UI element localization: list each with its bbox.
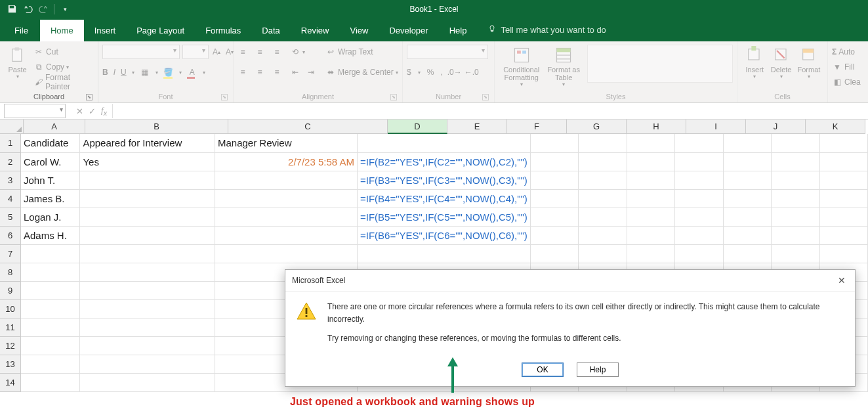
wrap-text-button[interactable]: ↩Wrap Text	[325, 45, 398, 59]
cell-A7[interactable]	[20, 244, 79, 263]
align-bottom-icon[interactable]: ≡	[272, 47, 282, 57]
align-right-icon[interactable]: ≡	[272, 67, 282, 77]
fx-icon[interactable]: fx	[101, 105, 107, 117]
percent-button[interactable]: %	[427, 68, 434, 77]
cell-styles-gallery[interactable]	[587, 45, 733, 83]
cell-I3[interactable]	[723, 171, 771, 189]
column-header-G[interactable]: G	[567, 120, 627, 134]
font-launcher[interactable]: ⬊	[221, 94, 228, 100]
format-cells-button[interactable]: Format▾	[795, 43, 823, 79]
cell-B9[interactable]	[80, 281, 215, 299]
cell-D7[interactable]	[357, 244, 530, 263]
cell-B2[interactable]: Yes	[80, 152, 215, 171]
row-header-3[interactable]: 3	[0, 171, 20, 189]
cell-E5[interactable]	[530, 208, 578, 226]
cell-F2[interactable]	[579, 152, 627, 171]
row-header-1[interactable]: 1	[0, 134, 20, 152]
tab-insert[interactable]: Insert	[84, 20, 127, 41]
align-middle-icon[interactable]: ≡	[255, 47, 265, 57]
cell-H6[interactable]	[675, 226, 723, 244]
tell-me[interactable]: Tell me what you want to do	[477, 18, 616, 41]
cell-H5[interactable]	[675, 208, 723, 226]
cell-J5[interactable]	[772, 208, 819, 226]
tab-developer[interactable]: Developer	[379, 20, 438, 41]
cell-E3[interactable]	[530, 171, 578, 189]
cell-B13[interactable]	[80, 355, 215, 373]
column-header-D[interactable]: D	[388, 120, 447, 134]
cell-F7[interactable]	[579, 244, 627, 263]
cancel-formula-icon[interactable]: ✕	[76, 106, 83, 116]
cell-B8[interactable]	[80, 263, 215, 281]
tab-home[interactable]: Home	[40, 20, 84, 41]
cell-G5[interactable]	[627, 208, 674, 226]
name-box[interactable]	[4, 104, 66, 118]
bold-button[interactable]: B	[102, 68, 108, 77]
cell-C6[interactable]	[215, 226, 357, 244]
cell-J3[interactable]	[772, 171, 819, 189]
font-name-combo[interactable]	[102, 45, 180, 59]
tab-formulas[interactable]: Formulas	[195, 20, 251, 41]
clipboard-launcher[interactable]: ⬊	[86, 94, 93, 100]
cell-H3[interactable]	[675, 171, 723, 189]
undo-icon[interactable]	[21, 3, 34, 16]
number-format-combo[interactable]	[407, 45, 488, 59]
decrease-indent-icon[interactable]: ⇤	[290, 67, 300, 77]
cell-K3[interactable]	[819, 171, 868, 189]
cell-H7[interactable]	[675, 244, 723, 263]
select-all-button[interactable]	[0, 120, 24, 134]
row-header-14[interactable]: 14	[0, 373, 20, 391]
tab-file[interactable]: File	[3, 20, 40, 41]
delete-cells-button[interactable]: Delete▾	[768, 43, 794, 79]
cell-B11[interactable]	[80, 318, 215, 336]
font-size-combo[interactable]	[182, 45, 209, 59]
row-header-7[interactable]: 7	[0, 244, 20, 263]
cell-D4[interactable]: =IF(B4="YES",IF(C4="",NOW(),C4),"")	[357, 189, 530, 208]
cell-C1[interactable]: Manager Review	[215, 134, 357, 152]
cell-K7[interactable]	[819, 244, 868, 263]
column-header-J[interactable]: J	[746, 120, 806, 134]
row-header-5[interactable]: 5	[0, 208, 20, 226]
qat-customize-icon[interactable]: ▾	[58, 3, 72, 16]
cell-B14[interactable]	[80, 373, 215, 391]
border-icon[interactable]: ▦	[140, 67, 150, 77]
cell-D3[interactable]: =IF(B3="YES",IF(C3="",NOW(),C3),"")	[357, 171, 530, 189]
cell-B6[interactable]	[80, 226, 215, 244]
cell-G3[interactable]	[627, 171, 674, 189]
cell-A1[interactable]: Candidate	[20, 134, 79, 152]
cell-I5[interactable]	[723, 208, 771, 226]
italic-button[interactable]: I	[114, 68, 115, 77]
redo-icon[interactable]	[37, 3, 50, 16]
cell-A11[interactable]	[20, 318, 79, 336]
column-header-A[interactable]: A	[24, 120, 85, 134]
column-header-F[interactable]: F	[507, 120, 567, 134]
number-launcher[interactable]: ⬊	[482, 94, 489, 100]
increase-font-icon[interactable]: A▴	[211, 47, 222, 57]
cell-E2[interactable]	[530, 152, 578, 171]
cell-J4[interactable]	[772, 189, 819, 208]
cell-C4[interactable]	[215, 189, 357, 208]
row-header-2[interactable]: 2	[0, 152, 20, 171]
column-header-E[interactable]: E	[447, 120, 507, 134]
autosum-button[interactable]: Σ Auto	[832, 45, 855, 59]
column-header-H[interactable]: H	[627, 120, 686, 134]
cell-J7[interactable]	[772, 244, 819, 263]
cell-B5[interactable]	[80, 208, 215, 226]
formula-input[interactable]	[112, 104, 868, 118]
insert-cells-button[interactable]: Insert▾	[741, 43, 768, 79]
cell-A4[interactable]: James B.	[20, 189, 79, 208]
tab-page-layout[interactable]: Page Layout	[126, 20, 195, 41]
tab-review[interactable]: Review	[291, 20, 340, 41]
row-header-8[interactable]: 8	[0, 263, 20, 281]
orientation-icon[interactable]: ⟲	[290, 47, 300, 57]
cell-G7[interactable]	[627, 244, 674, 263]
row-header-11[interactable]: 11	[0, 318, 20, 336]
enter-formula-icon[interactable]: ✓	[89, 106, 96, 116]
merge-center-button[interactable]: ⬌Merge & Center ▾	[325, 65, 398, 79]
cell-I2[interactable]	[723, 152, 771, 171]
cell-C2[interactable]: 2/7/23 5:58 AM	[215, 152, 357, 171]
cell-B12[interactable]	[80, 336, 215, 355]
cell-B7[interactable]	[80, 244, 215, 263]
cut-button[interactable]: ✂Cut	[33, 45, 94, 59]
clear-button[interactable]: ◧Clea	[832, 75, 861, 89]
cell-K6[interactable]	[819, 226, 868, 244]
